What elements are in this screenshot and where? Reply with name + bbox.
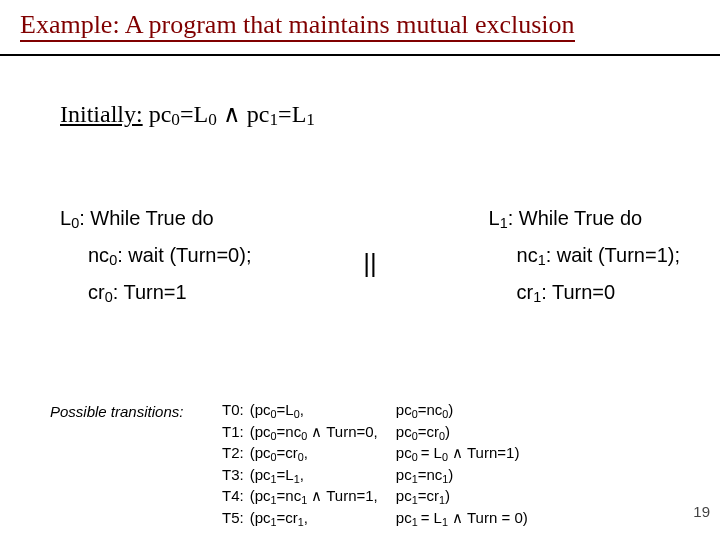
transition-row: T3:(pc1=L1,pc1=nc1) [220,465,530,487]
transition-key: T1: [220,422,248,444]
transition-key: T4: [220,486,248,508]
transition-key: T2: [220,443,248,465]
prog-right-line2: cr1: Turn=0 [517,274,680,311]
transition-premise: (pc1=nc1 ∧ Turn=1, [248,486,394,508]
transition-result: pc1 = L1 ∧ Turn = 0) [394,508,530,530]
parallel-symbol: || [363,248,377,279]
transition-result: pc1=nc1) [394,465,530,487]
initially-line: Initially: pc0=L0 ∧ pc1=L1 [60,100,315,130]
transition-premise: (pc0=cr0, [248,443,394,465]
transitions-block: Possible transitions: T0:(pc0=L0,pc0=nc0… [50,400,530,529]
page-number: 19 [693,503,710,520]
horizontal-rule [0,54,720,56]
prog-right-head: L1: While True do [489,200,680,237]
transition-key: T0: [220,400,248,422]
transition-row: T0:(pc0=L0,pc0=nc0) [220,400,530,422]
transition-premise: (pc1=L1, [248,465,394,487]
slide-title: Example: A program that maintains mutual… [20,10,575,40]
transition-result: pc0=cr0) [394,422,530,444]
transition-result: pc0 = L0 ∧ Turn=1) [394,443,530,465]
transitions-table: T0:(pc0=L0,pc0=nc0)T1:(pc0=nc0 ∧ Turn=0,… [220,400,530,529]
transition-key: T3: [220,465,248,487]
transition-premise: (pc1=cr1, [248,508,394,530]
transition-result: pc0=nc0) [394,400,530,422]
prog-left-head: L0: While True do [60,200,251,237]
prog-right-line1: nc1: wait (Turn=1); [517,237,680,274]
program-left: L0: While True do nc0: wait (Turn=0); cr… [60,200,251,311]
prog-left-line2: cr0: Turn=1 [88,274,251,311]
transitions-tbody: T0:(pc0=L0,pc0=nc0)T1:(pc0=nc0 ∧ Turn=0,… [220,400,530,529]
program-right: L1: While True do nc1: wait (Turn=1); cr… [489,200,680,311]
initially-label: Initially: [60,101,143,127]
transition-key: T5: [220,508,248,530]
transition-result: pc1=cr1) [394,486,530,508]
transition-row: T4:(pc1=nc1 ∧ Turn=1,pc1=cr1) [220,486,530,508]
transition-row: T2:(pc0=cr0,pc0 = L0 ∧ Turn=1) [220,443,530,465]
programs-row: L0: While True do nc0: wait (Turn=0); cr… [60,200,680,311]
transition-premise: (pc0=nc0 ∧ Turn=0, [248,422,394,444]
slide-title-text: Example: A program that maintains mutual… [20,10,575,42]
transition-row: T5:(pc1=cr1,pc1 = L1 ∧ Turn = 0) [220,508,530,530]
prog-left-line1: nc0: wait (Turn=0); [88,237,251,274]
transition-row: T1:(pc0=nc0 ∧ Turn=0,pc0=cr0) [220,422,530,444]
transition-premise: (pc0=L0, [248,400,394,422]
transitions-label: Possible transitions: [50,400,220,422]
initially-formula: pc0=L0 ∧ pc1=L1 [149,101,315,127]
